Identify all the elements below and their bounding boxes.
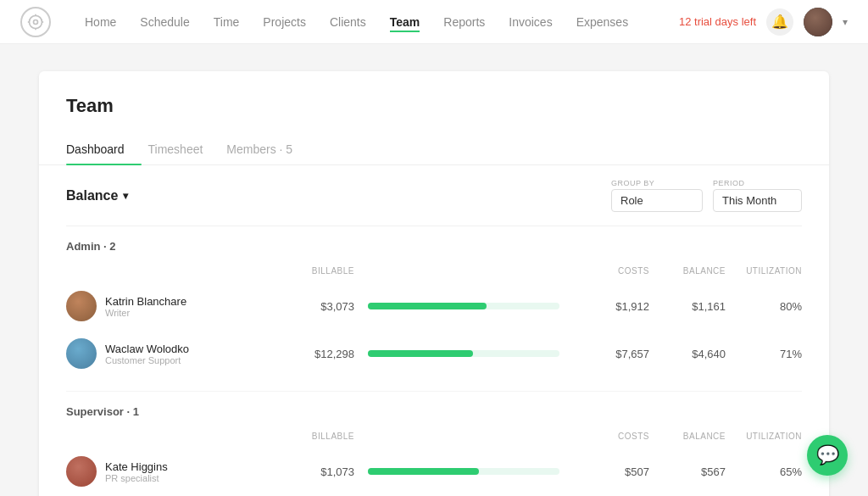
group-title-0: Admin · 2 bbox=[66, 240, 802, 253]
utilization-value: 71% bbox=[726, 348, 802, 360]
bar-fill bbox=[368, 468, 479, 475]
billable-value: $3,073 bbox=[287, 300, 354, 313]
bar-track bbox=[368, 350, 559, 357]
group-by-label: GROUP BY bbox=[611, 179, 703, 187]
nav-link-invoices[interactable]: Invoices bbox=[509, 12, 552, 32]
bar-cell bbox=[354, 350, 573, 357]
member-role: Writer bbox=[105, 308, 186, 318]
col-header-costs: COSTS bbox=[573, 432, 649, 441]
nav-link-time[interactable]: Time bbox=[214, 12, 240, 32]
col-header-balance: BALANCE bbox=[649, 266, 726, 276]
costs-value: $1,912 bbox=[573, 300, 649, 313]
member-role: PR specialist bbox=[105, 473, 168, 483]
nav-link-home[interactable]: Home bbox=[85, 12, 116, 32]
member-name: Katrin Blanchare bbox=[105, 295, 186, 308]
bar-cell bbox=[354, 468, 573, 475]
groups-container: Admin · 2 BILLABLE COSTS BALANCE UTILIZA… bbox=[66, 226, 802, 496]
main-card: Team DashboardTimesheetMembers · 5 Balan… bbox=[39, 71, 829, 496]
col-header-balance: BALANCE bbox=[649, 432, 726, 441]
costs-value: $507 bbox=[573, 465, 649, 478]
period-label: PERIOD bbox=[713, 179, 802, 187]
member-details: Katrin Blanchare Writer bbox=[105, 295, 186, 318]
utilization-value: 80% bbox=[726, 300, 802, 313]
notification-bell[interactable]: 🔔 bbox=[766, 8, 793, 36]
nav-link-reports[interactable]: Reports bbox=[443, 12, 485, 32]
group-0: Admin · 2 BILLABLE COSTS BALANCE UTILIZA… bbox=[66, 226, 802, 392]
group-by-control: GROUP BY Role Department bbox=[611, 179, 703, 212]
period-select[interactable]: This Month Last Month This Week bbox=[713, 189, 802, 212]
section-controls: GROUP BY Role Department PERIOD This Mon… bbox=[611, 179, 802, 212]
user-avatar[interactable] bbox=[804, 8, 832, 36]
bar-track bbox=[368, 303, 559, 309]
col-header-billable: BILLABLE bbox=[287, 266, 354, 276]
group-1: Supervisor · 1 BILLABLE COSTS BALANCE UT… bbox=[66, 392, 802, 496]
member-info: Waclaw Wolodko Customer Support bbox=[66, 338, 287, 369]
period-control: PERIOD This Month Last Month This Week bbox=[713, 179, 802, 212]
avatar bbox=[66, 338, 97, 369]
costs-value: $7,657 bbox=[573, 348, 649, 360]
group-title-1: Supervisor · 1 bbox=[66, 405, 802, 418]
nav-link-schedule[interactable]: Schedule bbox=[140, 12, 189, 32]
nav-link-expenses[interactable]: Expenses bbox=[576, 12, 628, 32]
tab-bar: DashboardTimesheetMembers · 5 bbox=[39, 134, 829, 165]
tab-dashboard[interactable]: Dashboard bbox=[66, 134, 142, 164]
avatar bbox=[66, 456, 97, 487]
col-header-utilization: UTILIZATION bbox=[726, 432, 802, 441]
col-header-billable: BILLABLE bbox=[287, 432, 354, 441]
user-menu-chevron[interactable]: ▾ bbox=[843, 16, 848, 28]
bar-cell bbox=[354, 303, 573, 309]
balance-value: $567 bbox=[649, 465, 726, 478]
section-header: Balance GROUP BY Role Department PERIOD … bbox=[66, 165, 802, 226]
section-title[interactable]: Balance bbox=[66, 188, 128, 203]
bar-fill bbox=[368, 350, 473, 357]
nav-link-projects[interactable]: Projects bbox=[263, 12, 306, 32]
nav-right: 12 trial days left 🔔 ▾ bbox=[679, 8, 848, 36]
member-info: Katrin Blanchare Writer bbox=[66, 291, 287, 321]
group-by-select[interactable]: Role Department bbox=[611, 189, 703, 212]
bar-fill bbox=[368, 303, 487, 309]
utilization-value: 65% bbox=[726, 465, 802, 478]
chat-icon: 💬 bbox=[816, 446, 839, 465]
billable-value: $12,298 bbox=[287, 348, 354, 360]
table-row: Kate Higgins PR specialist $1,073 $507 $… bbox=[66, 448, 802, 495]
member-details: Kate Higgins PR specialist bbox=[105, 460, 168, 483]
balance-value: $4,640 bbox=[649, 348, 726, 360]
nav-links: HomeScheduleTimeProjectsClientsTeamRepor… bbox=[85, 12, 679, 32]
bar-track bbox=[368, 468, 559, 475]
col-header-utilization: UTILIZATION bbox=[726, 266, 802, 276]
tab-timesheet[interactable]: Timesheet bbox=[148, 134, 220, 164]
avatar bbox=[66, 291, 97, 321]
trial-badge: 12 trial days left bbox=[679, 15, 756, 28]
member-name: Waclaw Wolodko bbox=[105, 343, 189, 355]
table-row: Katrin Blanchare Writer $3,073 $1,912 $1… bbox=[66, 282, 802, 330]
nav-link-team[interactable]: Team bbox=[390, 12, 420, 32]
member-info: Kate Higgins PR specialist bbox=[66, 456, 287, 487]
table-row: Waclaw Wolodko Customer Support $12,298 … bbox=[66, 330, 802, 377]
svg-point-0 bbox=[30, 15, 42, 28]
page-title: Team bbox=[66, 95, 802, 117]
balance-value: $1,161 bbox=[649, 300, 726, 313]
member-role: Customer Support bbox=[105, 355, 189, 365]
billable-value: $1,073 bbox=[287, 465, 354, 478]
col-header-costs: COSTS bbox=[573, 266, 649, 276]
nav-link-clients[interactable]: Clients bbox=[330, 12, 366, 32]
tab-members----[interactable]: Members · 5 bbox=[226, 134, 309, 164]
member-details: Waclaw Wolodko Customer Support bbox=[105, 343, 189, 365]
member-name: Kate Higgins bbox=[105, 460, 168, 473]
svg-point-1 bbox=[34, 20, 38, 24]
chat-fab[interactable]: 💬 bbox=[807, 435, 848, 476]
app-logo bbox=[20, 7, 51, 37]
top-nav: HomeScheduleTimeProjectsClientsTeamRepor… bbox=[0, 0, 868, 44]
